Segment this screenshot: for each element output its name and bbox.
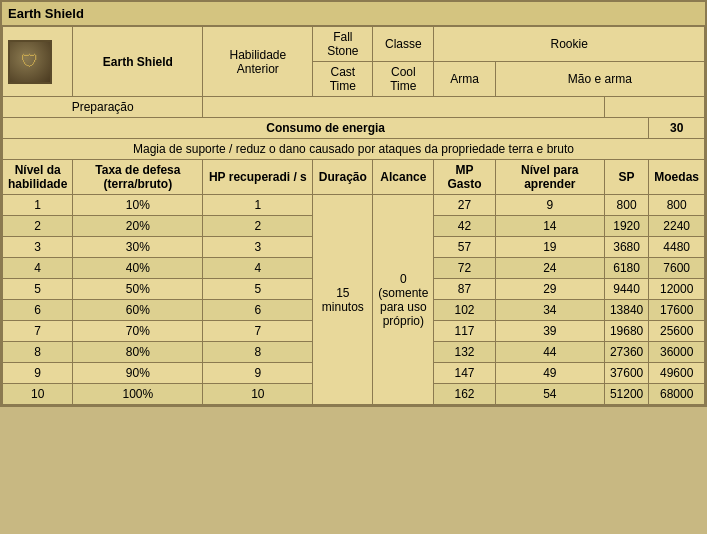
cell-sp: 51200	[604, 384, 648, 405]
cell-taxa: 60%	[73, 300, 203, 321]
cell-nivel-ap: 54	[495, 384, 604, 405]
title-bar: Earth Shield	[2, 2, 705, 26]
cell-mp: 27	[434, 195, 495, 216]
cell-nivel: 8	[3, 342, 73, 363]
cell-nivel-ap: 14	[495, 216, 604, 237]
cast-time-label: Cast Time	[330, 65, 356, 93]
header-row-1: 🛡 Earth Shield Habilidade Anterior Fall …	[3, 27, 705, 62]
cell-taxa: 70%	[73, 321, 203, 342]
cell-hp: 9	[203, 363, 313, 384]
cell-nivel-ap: 24	[495, 258, 604, 279]
cell-hp: 6	[203, 300, 313, 321]
cell-hp: 7	[203, 321, 313, 342]
cell-moedas: 800	[649, 195, 705, 216]
cell-nivel-ap: 29	[495, 279, 604, 300]
cell-mp: 72	[434, 258, 495, 279]
cell-mp: 132	[434, 342, 495, 363]
col-moedas: Moedas	[649, 160, 705, 195]
cell-nivel-ap: 44	[495, 342, 604, 363]
consumo-row: Consumo de energia 30	[3, 118, 705, 139]
cell-taxa: 50%	[73, 279, 203, 300]
cool-time-label: Cool Time	[390, 65, 416, 93]
description-row: Magia de suporte / reduz o dano causado …	[3, 139, 705, 160]
cast-time-label-cell: Cast Time	[313, 62, 373, 97]
cool-time-label-cell: Cool Time	[373, 62, 434, 97]
classe-label-cell: Classe	[373, 27, 434, 62]
cell-nivel: 6	[3, 300, 73, 321]
cell-mp: 87	[434, 279, 495, 300]
cell-duracao: 15 minutos	[313, 195, 373, 405]
cell-taxa: 10%	[73, 195, 203, 216]
cell-nivel-ap: 39	[495, 321, 604, 342]
cell-hp: 10	[203, 384, 313, 405]
cell-nivel: 7	[3, 321, 73, 342]
cell-moedas: 4480	[649, 237, 705, 258]
col-mp-gasto: MP Gasto	[434, 160, 495, 195]
cell-hp: 8	[203, 342, 313, 363]
col-taxa-defesa: Taxa de defesa (terra/bruto)	[73, 160, 203, 195]
skill-icon: 🛡	[8, 40, 52, 84]
classe-label: Classe	[385, 37, 422, 51]
cell-sp: 800	[604, 195, 648, 216]
cell-moedas: 25600	[649, 321, 705, 342]
cell-sp: 6180	[604, 258, 648, 279]
preparacao-label: Preparação	[72, 100, 134, 114]
cell-nivel-ap: 34	[495, 300, 604, 321]
cell-moedas: 2240	[649, 216, 705, 237]
habilidade-anterior-cell: Habilidade Anterior	[203, 27, 313, 97]
cell-mp: 57	[434, 237, 495, 258]
cell-nivel: 4	[3, 258, 73, 279]
preparacao-empty	[604, 97, 704, 118]
cell-sp: 9440	[604, 279, 648, 300]
main-panel: Earth Shield 🛡 Earth Shield Habilidade A…	[0, 0, 707, 407]
cell-moedas: 7600	[649, 258, 705, 279]
preparacao-cell: Preparação	[3, 97, 203, 118]
classe-value-cell: Rookie	[434, 27, 705, 62]
col-sp: SP	[604, 160, 648, 195]
consumo-label-cell: Consumo de energia	[3, 118, 649, 139]
cell-mp: 162	[434, 384, 495, 405]
cell-sp: 1920	[604, 216, 648, 237]
cell-moedas: 49600	[649, 363, 705, 384]
cell-mp: 42	[434, 216, 495, 237]
col-alcance: Alcance	[373, 160, 434, 195]
col-duracao: Duração	[313, 160, 373, 195]
skill-icon-cell: 🛡	[3, 27, 73, 97]
cell-taxa: 30%	[73, 237, 203, 258]
mao-e-arma-cell: Mão e arma	[495, 62, 704, 97]
col-nivel-aprender: Nível para aprender	[495, 160, 604, 195]
cell-sp: 27360	[604, 342, 648, 363]
cell-sp: 19680	[604, 321, 648, 342]
data-body: 110%115 minutos0 (somente para uso própr…	[3, 195, 705, 405]
consumo-value-cell: 30	[649, 118, 705, 139]
description-cell: Magia de suporte / reduz o dano causado …	[3, 139, 705, 160]
consumo-value: 30	[670, 121, 683, 135]
arma-label: Arma	[450, 72, 479, 86]
cell-nivel-ap: 19	[495, 237, 604, 258]
col-hp-recuperadi: HP recuperadi / s	[203, 160, 313, 195]
cell-taxa: 80%	[73, 342, 203, 363]
cell-hp: 2	[203, 216, 313, 237]
cell-hp: 4	[203, 258, 313, 279]
cell-moedas: 68000	[649, 384, 705, 405]
cell-sp: 3680	[604, 237, 648, 258]
skill-name: Earth Shield	[103, 55, 173, 69]
cell-nivel: 3	[3, 237, 73, 258]
cell-hp: 5	[203, 279, 313, 300]
cell-hp: 3	[203, 237, 313, 258]
window-title: Earth Shield	[8, 6, 84, 21]
col-nivel-habilidade: Nível da habilidade	[3, 160, 73, 195]
cell-nivel-ap: 49	[495, 363, 604, 384]
skill-table: 🛡 Earth Shield Habilidade Anterior Fall …	[2, 26, 705, 405]
cell-moedas: 36000	[649, 342, 705, 363]
consumo-label: Consumo de energia	[266, 121, 385, 135]
cell-hp: 1	[203, 195, 313, 216]
cell-nivel: 10	[3, 384, 73, 405]
cell-taxa: 90%	[73, 363, 203, 384]
preparacao-spacer	[203, 97, 605, 118]
skill-name-cell: Earth Shield	[73, 27, 203, 97]
habilidade-anterior-label: Habilidade Anterior	[229, 48, 286, 76]
cell-moedas: 12000	[649, 279, 705, 300]
cell-moedas: 17600	[649, 300, 705, 321]
col-header-row: Nível da habilidade Taxa de defesa (terr…	[3, 160, 705, 195]
